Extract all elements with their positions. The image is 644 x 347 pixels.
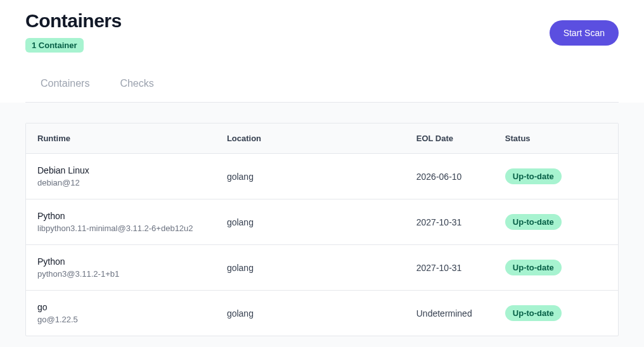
runtime-name: Python [37,256,204,267]
status-badge: Up-to-date [505,260,562,275]
cell-location: golang [216,245,405,291]
cell-location: golang [216,199,405,245]
content-area: Runtime Location EOL Date Status Debian … [0,103,644,347]
tab-containers[interactable]: Containers [41,78,89,92]
column-header-location: Location [216,123,405,154]
cell-status: Up-to-date [494,245,618,291]
cell-status: Up-to-date [494,154,618,199]
tab-checks[interactable]: Checks [120,78,153,92]
column-header-runtime: Runtime [26,123,216,154]
cell-eol-date: Undetermined [405,291,494,336]
cell-eol-date: 2027-10-31 [405,199,494,245]
cell-runtime: Python libpython3.11-minimal@3.11.2-6+de… [26,199,216,245]
container-count-badge: 1 Container [25,38,84,53]
cell-runtime: Python python3@3.11.2-1+b1 [26,245,216,291]
start-scan-button[interactable]: Start Scan [550,20,619,46]
column-header-eol-date: EOL Date [405,123,494,154]
cell-runtime: go go@1.22.5 [26,291,216,336]
cell-eol-date: 2026-06-10 [405,154,494,199]
runtime-name: go [37,302,204,312]
table-row: go go@1.22.5 golang Undetermined Up-to-d… [26,291,618,336]
runtime-name: Debian Linux [37,165,204,175]
table-row: Python libpython3.11-minimal@3.11.2-6+de… [26,199,618,245]
title-group: Containers 1 Container [25,10,122,53]
header-section: Containers 1 Container Start Scan Contai… [0,0,644,103]
cell-runtime: Debian Linux debian@12 [26,154,216,199]
tabs: Containers Checks [25,53,619,103]
table-row: Python python3@3.11.2-1+b1 golang 2027-1… [26,245,618,291]
cell-status: Up-to-date [494,199,618,245]
cell-eol-date: 2027-10-31 [405,245,494,291]
cell-status: Up-to-date [494,291,618,336]
cell-location: golang [216,291,405,336]
column-header-status: Status [494,123,618,154]
page-title: Containers [25,10,122,32]
runtime-name: Python [37,211,204,221]
header-top: Containers 1 Container Start Scan [25,10,619,53]
runtime-table-wrap: Runtime Location EOL Date Status Debian … [25,123,619,336]
table-row: Debian Linux debian@12 golang 2026-06-10… [26,154,618,199]
status-badge: Up-to-date [505,168,562,184]
status-badge: Up-to-date [505,305,562,321]
status-badge: Up-to-date [505,214,562,230]
runtime-version: python3@3.11.2-1+b1 [37,269,204,279]
runtime-version: go@1.22.5 [37,315,204,324]
cell-location: golang [216,154,405,199]
runtime-table: Runtime Location EOL Date Status Debian … [26,123,618,336]
runtime-version: debian@12 [37,178,204,187]
table-header-row: Runtime Location EOL Date Status [26,123,618,154]
runtime-version: libpython3.11-minimal@3.11.2-6+deb12u2 [37,224,204,233]
